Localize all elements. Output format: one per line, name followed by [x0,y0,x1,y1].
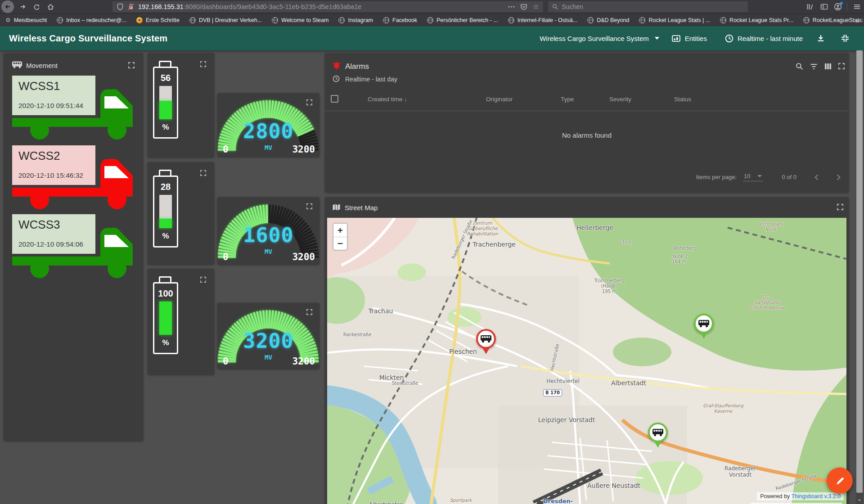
edit-dashboard-fab[interactable] [827,468,853,494]
truck-widget-wcss3[interactable]: WCSS3 2020-12-10 09:54:06 [12,214,134,278]
menu-button[interactable] [851,0,862,14]
zoom-out-button[interactable]: − [333,237,347,250]
globe-icon [189,17,196,23]
map-zoom-control: + − [333,223,348,251]
truck-widget-wcss1[interactable]: WCSS1 2020-12-10 09:51:44 [12,76,134,140]
search-input[interactable] [562,3,744,10]
bookmark-item[interactable]: Welcome to Steam [272,17,328,23]
select-all-checkbox[interactable] [331,95,338,103]
column-severity[interactable]: Severity [609,96,631,103]
url-path: :8080/dashboards/9aeb43d0-3ac5-11eb-b235… [184,3,362,10]
thingsboard-link[interactable]: Thingsboard v.3.2.0 [791,493,841,500]
page-actions-icon[interactable] [508,5,515,8]
bookmark-label: Instagram [348,17,373,23]
next-page-button[interactable] [837,174,841,180]
pocket-icon[interactable] [520,3,527,10]
export-button[interactable] [817,34,825,42]
marker-circle [694,314,714,333]
search-icon[interactable] [796,63,803,70]
battery-value: 100 [158,288,173,299]
reload-button[interactable] [32,0,41,14]
entities-button[interactable]: Entities [672,34,707,43]
globe-icon [587,17,594,23]
marker-circle [648,423,668,442]
zoom-in-button[interactable]: + [333,224,347,237]
columns-icon[interactable] [824,63,832,70]
dashboard-state-selector[interactable]: Wireless Cargo Surveillance System [540,35,659,42]
fullscreen-icon[interactable] [306,99,312,105]
powered-by-label: Powered by [760,493,791,500]
battery-fill [159,101,172,119]
bookmark-item[interactable]: Rocket League Stats | ... [639,17,710,23]
bookmark-item[interactable]: Internet-Filiale - Ostsä... [508,17,577,23]
column-originator[interactable]: Originator [486,96,513,103]
vehicle-marker-green[interactable] [693,314,714,342]
fullscreen-icon[interactable] [306,309,312,315]
scrollbar-thumb[interactable] [856,50,863,493]
page-scrollbar[interactable]: ⌄ [856,50,863,504]
reload-icon [33,4,40,10]
tracking-shield-icon[interactable] [117,3,124,10]
vehicle-marker-red[interactable] [476,329,496,358]
home-button[interactable] [45,0,56,14]
bookmarks-bar: ⚙MeistbesuchtInbox – redeutscher@...Erst… [0,14,864,26]
url-text[interactable]: 192.168.155.31:8080/dashboards/9aeb43d0-… [138,3,361,10]
bookmark-item[interactable]: Inbox – redeutscher@... [57,17,126,23]
search-icon [552,4,558,10]
map-canvas[interactable]: HellerbergeTrachenbergeZentrum für beruf… [327,218,846,504]
battery-gauge: 56 % [153,67,178,139]
voltage-gauge-3: 3200 MV 0 3200 [217,303,320,369]
fullscreen-icon[interactable] [837,204,843,210]
fullscreen-icon[interactable] [838,63,845,69]
sidebar-button[interactable] [819,0,829,14]
bookmark-item[interactable]: RocketLeagueStats: Pr... [803,17,864,23]
truck-widget-wcss2[interactable]: WCSS2 2020-12-10 15:46:32 [12,145,134,209]
filter-icon[interactable] [810,63,818,70]
bookmark-item[interactable]: Facebook [383,17,417,23]
fullscreen-icon[interactable] [128,62,135,68]
scroll-down-icon[interactable]: ⌄ [856,495,863,502]
column-created-time[interactable]: Created time ↓ [368,96,407,103]
column-type[interactable]: Type [561,96,574,103]
fullscreen-icon[interactable] [200,170,206,176]
items-per-page-select[interactable]: 10 [743,173,763,181]
bus-icon [12,61,22,69]
globe-icon [383,17,389,23]
library-button[interactable] [805,0,814,14]
url-host: 192.168.155.31 [138,3,184,10]
bookmarks-overflow-chevron[interactable]: » [856,14,860,26]
exit-fullscreen-button[interactable] [841,34,849,42]
back-button[interactable] [1,0,14,13]
gauge-max: 3200 [292,356,315,367]
bookmark-item[interactable]: Instagram [338,17,373,23]
street-map-widget: Street Map [325,197,849,504]
previous-page-button[interactable] [814,174,819,180]
battery-widget-1: 56 % [148,53,214,158]
account-button[interactable] [832,0,843,14]
timewindow-button[interactable]: Realtime - last minute [725,34,803,43]
gauge-value: 2800 [217,119,320,143]
bookmark-item[interactable]: D&D Beyond [587,17,629,23]
alarms-timewindow[interactable]: Realtime - last day [345,76,397,83]
fullscreen-icon[interactable] [200,277,206,283]
fullscreen-icon[interactable] [306,203,312,209]
fullscreen-icon[interactable] [200,61,206,67]
truck-name: WCSS1 [18,79,60,93]
bookmark-item[interactable]: DVB | Dresdner Verkeh... [189,17,262,23]
pencil-icon [834,475,845,486]
bookmark-item[interactable]: ⚙Meistbesucht [5,17,47,23]
search-bar[interactable] [548,1,748,12]
bookmark-item[interactable]: Rocket League Stats Pr... [720,17,793,23]
browser-toolbar: 192.168.155.31:8080/dashboards/9aeb43d0-… [0,0,864,14]
insecure-lock-icon[interactable] [127,3,135,10]
column-status[interactable]: Status [674,96,691,103]
battery-gauge: 28 % [153,176,178,248]
vehicle-marker-green[interactable] [648,423,668,451]
bookmark-item[interactable]: Erste Schritte [136,17,180,23]
bookmark-star-icon[interactable]: ☆ [533,3,539,10]
gear-icon: ⚙ [5,17,11,23]
forward-button[interactable] [18,0,28,14]
bookmark-item[interactable]: Persönlicher Bereich - ... [427,17,498,23]
url-bar[interactable]: 192.168.155.31:8080/dashboards/9aeb43d0-… [112,1,543,12]
sidebar-icon [820,3,828,10]
